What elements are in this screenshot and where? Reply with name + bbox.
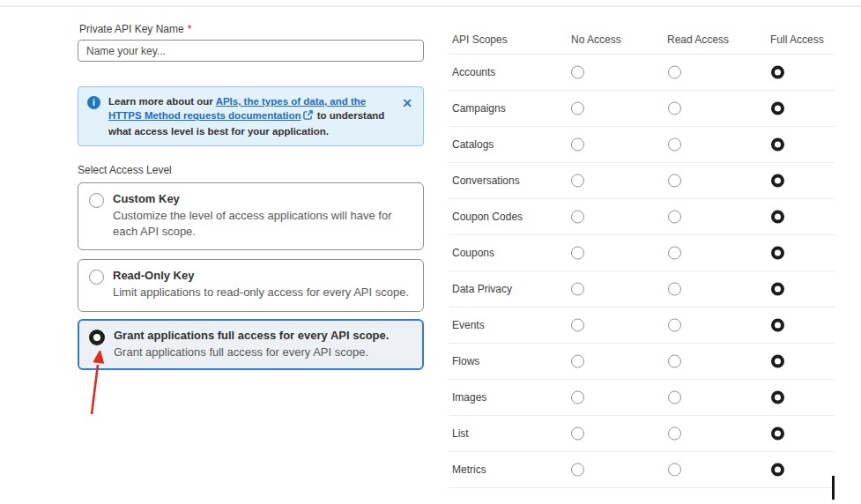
read-only-key-texts: Read-Only Key Limit applications to read… <box>113 269 409 300</box>
scope-radio-no[interactable] <box>571 283 584 296</box>
scope-radio-full[interactable] <box>771 66 784 79</box>
scope-radio-read[interactable] <box>668 247 681 260</box>
api-key-name-label-text: Private API Key Name <box>79 23 184 35</box>
scope-radio-no[interactable] <box>571 319 584 332</box>
scope-label: Conversations <box>452 174 520 187</box>
api-key-name-input[interactable] <box>78 40 424 62</box>
top-divider <box>0 5 861 7</box>
scope-radio-read[interactable] <box>668 283 681 296</box>
option-description: Grant applications full access for every… <box>114 345 389 360</box>
custom-key-radio[interactable] <box>89 193 104 208</box>
api-scopes-table: API Scopes No Access Read Access Full Ac… <box>449 32 835 488</box>
scope-label: Data Privacy <box>452 283 512 295</box>
scope-label: Coupon Codes <box>452 211 523 223</box>
header-read-access: Read Access <box>667 33 729 46</box>
scope-radio-full[interactable] <box>771 427 784 441</box>
access-option-read-only-key[interactable]: Read-Only Key Limit applications to read… <box>78 259 424 312</box>
table-row: Coupon Codes <box>449 199 835 235</box>
scope-radio-read[interactable] <box>668 319 681 332</box>
scope-radio-full[interactable] <box>771 138 784 152</box>
option-description: Customize the level of access applicatio… <box>113 208 412 241</box>
scope-radio-no[interactable] <box>571 211 584 224</box>
scope-label: Images <box>452 391 486 404</box>
scope-radio-read[interactable] <box>668 427 681 441</box>
scope-label: Metrics <box>452 463 486 476</box>
scope-radio-no[interactable] <box>571 391 584 404</box>
table-row: List <box>449 416 835 452</box>
scopes-table-body: Accounts Campaigns Catalogs Conversation… <box>449 55 835 488</box>
scope-radio-no[interactable] <box>571 66 584 79</box>
full-access-radio[interactable] <box>89 330 105 345</box>
scope-radio-read[interactable] <box>668 174 681 188</box>
select-access-level-label: Select Access Level <box>78 164 172 176</box>
header-full-access: Full Access <box>770 33 824 46</box>
access-option-full-access[interactable]: Grant applications full access for every… <box>78 319 424 370</box>
scope-radio-read[interactable] <box>668 102 681 115</box>
option-title: Read-Only Key <box>113 269 409 282</box>
table-row: Flows <box>449 344 835 380</box>
scope-radio-no[interactable] <box>571 102 584 115</box>
full-access-texts: Grant applications full access for every… <box>114 329 389 360</box>
scope-radio-full[interactable] <box>771 319 784 332</box>
access-option-custom-key[interactable]: Custom Key Customize the level of access… <box>78 182 424 250</box>
scope-radio-full[interactable] <box>771 391 784 404</box>
scope-label: Coupons <box>452 247 494 259</box>
scope-radio-full[interactable] <box>771 247 784 260</box>
table-row: Events <box>449 308 835 344</box>
table-row: Conversations <box>449 163 835 199</box>
table-row: Accounts <box>449 55 835 91</box>
scope-radio-read[interactable] <box>668 138 681 152</box>
api-key-name-label: Private API Key Name* <box>79 23 191 35</box>
scope-radio-full[interactable] <box>771 102 784 115</box>
table-row: Coupons <box>449 235 835 271</box>
scope-radio-full[interactable] <box>771 174 784 188</box>
table-row: Images <box>449 380 835 416</box>
scope-radio-read[interactable] <box>668 211 681 224</box>
banner-text-prefix: Learn more about our <box>108 96 216 107</box>
option-description: Limit applications to read-only access f… <box>113 285 409 300</box>
scope-label: Catalogs <box>452 138 494 151</box>
info-icon: i <box>87 96 100 109</box>
scope-label: Flows <box>452 355 479 367</box>
option-title: Grant applications full access for every… <box>114 329 389 342</box>
close-icon[interactable]: ✕ <box>400 95 414 111</box>
scope-radio-full[interactable] <box>771 463 784 477</box>
header-no-access: No Access <box>571 33 621 46</box>
scopes-table-header: API Scopes No Access Read Access Full Ac… <box>449 32 835 55</box>
scope-radio-read[interactable] <box>668 355 681 368</box>
scope-label: List <box>452 427 469 440</box>
scope-label: Campaigns <box>452 102 506 115</box>
scope-radio-no[interactable] <box>571 463 584 477</box>
table-row: Metrics <box>449 452 835 488</box>
scope-radio-full[interactable] <box>771 283 784 296</box>
option-title: Custom Key <box>113 192 412 205</box>
scope-label: Accounts <box>452 66 495 78</box>
scope-radio-read[interactable] <box>668 66 681 79</box>
info-banner: i Learn more about our APIs, the types o… <box>78 86 424 146</box>
table-row: Data Privacy <box>449 271 835 308</box>
scope-radio-no[interactable] <box>571 355 584 368</box>
table-row: Campaigns <box>449 91 835 127</box>
scope-radio-no[interactable] <box>571 174 584 188</box>
read-only-key-radio[interactable] <box>89 270 104 285</box>
table-row: Catalogs <box>449 127 835 163</box>
scope-radio-no[interactable] <box>571 247 584 260</box>
banner-text: Learn more about our APIs, the types of … <box>108 94 392 138</box>
required-asterisk: * <box>188 23 192 35</box>
scope-radio-no[interactable] <box>571 138 584 152</box>
custom-key-texts: Custom Key Customize the level of access… <box>113 192 412 241</box>
external-link-icon <box>303 109 313 123</box>
scope-radio-full[interactable] <box>771 355 784 368</box>
scope-radio-no[interactable] <box>571 427 584 441</box>
scope-label: Events <box>452 319 485 331</box>
scope-radio-full[interactable] <box>771 211 784 224</box>
header-api-scopes: API Scopes <box>452 33 508 46</box>
text-cursor <box>832 476 835 500</box>
scope-radio-read[interactable] <box>668 391 681 404</box>
scope-radio-read[interactable] <box>668 463 681 477</box>
